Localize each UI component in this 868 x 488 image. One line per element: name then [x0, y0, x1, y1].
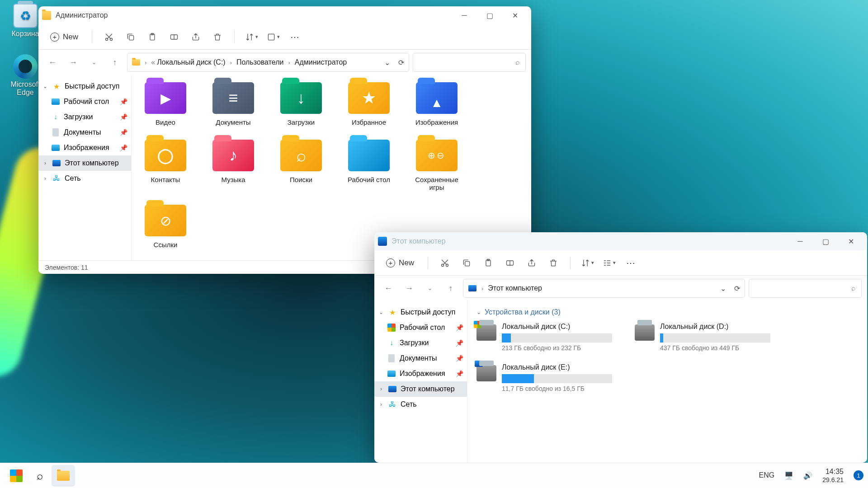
folder-links[interactable]: Ссылки [141, 205, 190, 249]
sidebar-item-thispc[interactable]: ›Этот компьютер [374, 381, 467, 397]
drive-item[interactable]: Локальный диск (D:) 437 ГБ свободно из 4… [635, 323, 770, 352]
folder-favorites[interactable]: Избранное [344, 82, 394, 126]
sidebar-item-pictures[interactable]: Изображения📌 [38, 140, 131, 155]
folder-documents[interactable]: Документы [208, 82, 258, 126]
delete-button[interactable] [208, 28, 227, 46]
crumb-segment[interactable]: Этот компьютер [488, 284, 542, 292]
copy-button[interactable] [121, 28, 140, 46]
recycle-bin-icon [13, 4, 38, 28]
documents-folder-icon [212, 82, 254, 114]
chevron-down-icon[interactable]: ⌄ [384, 58, 390, 67]
titlebar[interactable]: Этот компьютер ─ ▢ ✕ [374, 232, 867, 250]
up-button[interactable]: ↑ [106, 54, 123, 71]
refresh-button[interactable]: ⟳ [734, 284, 740, 293]
sidebar-item-quick[interactable]: ⌄★Быстрый доступ [374, 305, 467, 320]
tray-network-icon[interactable]: 🖥️ [784, 471, 793, 480]
search-input[interactable]: ⌕ [749, 279, 862, 298]
sidebar-item-label: Этот компьютер [65, 159, 119, 167]
refresh-button[interactable]: ⟳ [398, 58, 404, 67]
sidebar-item-label: Документы [400, 354, 437, 362]
drive-name: Локальный диск (E:) [502, 363, 612, 371]
sidebar-item-documents[interactable]: Документы📌 [374, 351, 467, 366]
folder-desktop[interactable]: Рабочий стол [344, 140, 394, 191]
up-button[interactable]: ↑ [442, 280, 459, 297]
chevron-down-icon[interactable]: ⌄ [720, 284, 726, 293]
more-button[interactable]: ⋯ [285, 28, 304, 46]
crumb-segment[interactable]: Локальный диск (C:) [157, 58, 225, 66]
explorer-app[interactable] [52, 465, 75, 487]
folder-downloads[interactable]: Загрузки [276, 82, 326, 126]
window-title: Администратор [56, 11, 108, 19]
start-button[interactable] [5, 465, 28, 487]
titlebar[interactable]: Администратор ─ ▢ ✕ [38, 6, 531, 24]
cut-button[interactable] [435, 254, 454, 272]
folder-music[interactable]: Музыка [208, 140, 258, 191]
section-header-drives[interactable]: ⌄ Устройства и диски (3) [476, 308, 858, 316]
sidebar-item-label: Рабочий стол [64, 98, 109, 106]
minimize-button[interactable]: ─ [788, 232, 813, 250]
sidebar-item-network[interactable]: ›🖧Сеть [374, 397, 467, 412]
close-button[interactable]: ✕ [502, 6, 528, 24]
new-button[interactable]: + New [380, 255, 420, 271]
minimize-button[interactable]: ─ [452, 6, 477, 24]
close-button[interactable]: ✕ [838, 232, 863, 250]
folder-searches[interactable]: Поиски [276, 140, 326, 191]
folder-contacts[interactable]: Контакты [141, 140, 190, 191]
search-input[interactable]: ⌕ [413, 53, 526, 72]
view-button[interactable]: ▾ [264, 28, 283, 46]
share-button[interactable] [186, 28, 205, 46]
language-indicator[interactable]: ENG [759, 471, 775, 479]
sidebar-item-downloads[interactable]: ↓Загрузки📌 [38, 109, 131, 125]
sidebar-item-documents[interactable]: Документы📌 [38, 125, 131, 140]
svg-rect-6 [268, 34, 274, 40]
back-button[interactable]: ← [44, 54, 61, 71]
paste-button[interactable] [143, 28, 162, 46]
maximize-button[interactable]: ▢ [477, 6, 502, 24]
copy-button[interactable] [457, 254, 476, 272]
search-button[interactable]: ⌕ [28, 465, 52, 487]
windows-icon [387, 324, 396, 332]
sidebar-item-thispc[interactable]: ›Этот компьютер [38, 155, 131, 171]
crumb-segment[interactable]: Администратор [295, 58, 347, 66]
back-button[interactable]: ← [380, 280, 397, 297]
sidebar-item-quick[interactable]: ⌄★Быстрый доступ [38, 79, 131, 94]
forward-button[interactable]: → [65, 54, 82, 71]
maximize-button[interactable]: ▢ [813, 232, 838, 250]
sidebar-item-downloads[interactable]: ↓Загрузки📌 [374, 335, 467, 351]
share-button[interactable] [522, 254, 541, 272]
badge-count: 1 [857, 472, 860, 479]
rename-button[interactable] [165, 28, 184, 46]
delete-button[interactable] [544, 254, 563, 272]
breadcrumb[interactable]: › Этот компьютер ⌄⟳ [463, 279, 745, 298]
recent-button[interactable]: ⌄ [421, 280, 439, 297]
sort-button[interactable]: ▾ [242, 28, 261, 46]
view-button[interactable]: ▾ [599, 254, 618, 272]
clock[interactable]: 14:35 29.6.21 [822, 468, 844, 483]
crumb-segment[interactable]: Пользователи [236, 58, 283, 66]
tray-volume-icon[interactable]: 🔊 [803, 471, 812, 480]
drive-usage-bar [502, 374, 612, 383]
folder-pictures[interactable]: Изображения [412, 82, 462, 126]
more-button[interactable]: ⋯ [621, 254, 640, 272]
drives-list: Локальный диск (C:) 213 ГБ свободно из 2… [476, 323, 858, 392]
toolbar: + New ▾ ▾ ⋯ [374, 250, 867, 276]
drive-item[interactable]: Локальный диск (E:) 11,7 ГБ свободно из … [476, 363, 612, 392]
recent-button[interactable]: ⌄ [85, 54, 103, 71]
sidebar-item-network[interactable]: ›🖧Сеть [38, 171, 131, 186]
folder-label: Изображения [412, 118, 462, 126]
cut-button[interactable] [99, 28, 118, 46]
navbar: ← → ⌄ ↑ › « Локальный диск (C:) › Пользо… [38, 50, 531, 75]
paste-button[interactable] [479, 254, 498, 272]
breadcrumb[interactable]: › « Локальный диск (C:) › Пользователи ›… [127, 53, 409, 72]
folder-savedgames[interactable]: Сохраненные игры [412, 140, 462, 191]
sort-button[interactable]: ▾ [578, 254, 597, 272]
new-button[interactable]: + New [44, 29, 85, 45]
drive-item[interactable]: Локальный диск (C:) 213 ГБ свободно из 2… [476, 323, 612, 352]
sidebar-item-pictures[interactable]: Изображения📌 [374, 366, 467, 381]
folder-video[interactable]: Видео [141, 82, 190, 126]
forward-button[interactable]: → [401, 280, 418, 297]
notification-badge[interactable]: 1 [854, 470, 863, 480]
rename-button[interactable] [500, 254, 519, 272]
sidebar-item-desktop[interactable]: Рабочий стол📌 [374, 320, 467, 335]
sidebar-item-desktop[interactable]: Рабочий стол📌 [38, 94, 131, 109]
